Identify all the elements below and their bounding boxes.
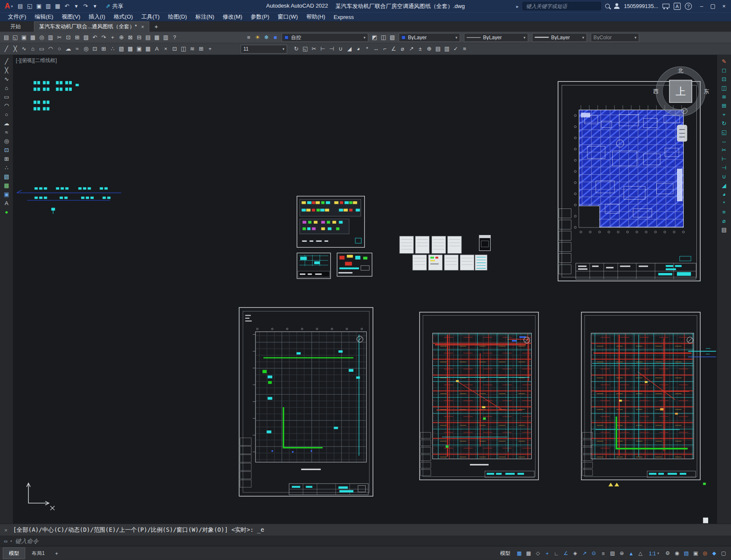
drawing-canvas[interactable]: [-][俯视][二维线框] <box>13 55 717 524</box>
redo-icon[interactable]: ↷ <box>81 3 90 9</box>
menu-parametric[interactable]: 参数(P) <box>247 13 274 21</box>
undo-icon[interactable]: ↶ <box>62 3 71 9</box>
layer-properties-icon[interactable]: ≡ <box>244 32 253 43</box>
undo-caret-icon[interactable]: ▾ <box>72 3 81 9</box>
explode-icon[interactable]: * <box>363 43 372 55</box>
properties-icon[interactable]: ▤ <box>721 227 727 233</box>
move-icon[interactable]: + <box>723 112 726 117</box>
scale-icon[interactable]: ◱ <box>301 43 310 55</box>
dropdown-caret-icon[interactable]: ▾ <box>524 35 525 39</box>
circle-icon[interactable]: ○ <box>55 43 64 55</box>
chamfer-icon[interactable]: ◢ <box>722 183 726 188</box>
layer-previous-icon[interactable]: ◫ <box>379 32 388 43</box>
spline-tool-icon[interactable]: ≈ <box>5 130 8 135</box>
polyline-icon[interactable]: ∿ <box>19 43 28 55</box>
revcloud-icon[interactable]: ☁ <box>64 43 73 55</box>
open-icon[interactable]: ◱ <box>25 3 34 9</box>
dropdown-caret-icon[interactable]: ▾ <box>364 35 365 39</box>
annotation-monitor[interactable]: ◉ <box>672 550 682 556</box>
copy-clip-icon[interactable]: ⊡ <box>64 32 73 43</box>
tolerance-icon[interactable]: ± <box>416 43 425 55</box>
break-icon[interactable]: ⊣ <box>722 165 727 170</box>
zoom-window-icon[interactable]: ⊠ <box>126 32 135 43</box>
zoom-previous-icon[interactable]: ⊟ <box>135 32 144 43</box>
layer-color-icon[interactable]: ■ <box>271 32 280 43</box>
point-icon[interactable]: ∴ <box>108 43 117 55</box>
measuregeom-icon[interactable]: ⌀ <box>722 218 726 224</box>
dim-angular-icon[interactable]: ∠ <box>389 43 398 55</box>
qsave-icon[interactable]: ▣ <box>34 3 43 9</box>
dim-linear-icon[interactable]: ↔ <box>372 43 380 55</box>
workspace-switching[interactable]: ⚙ <box>663 550 672 556</box>
menu-file[interactable]: 文件(F) <box>4 13 30 21</box>
model-space-button[interactable]: 模型 <box>496 550 514 557</box>
minimize-button[interactable]: – <box>696 1 707 11</box>
plot-icon[interactable]: ▦ <box>53 3 62 9</box>
erase-icon[interactable]: ◻ <box>722 68 726 73</box>
hatch-tool-icon[interactable]: ▨ <box>4 174 9 179</box>
dynamic-input-toggle[interactable]: + <box>543 550 552 556</box>
point-style-tool-icon[interactable]: ● <box>5 209 8 215</box>
text-tool-icon[interactable]: A <box>5 200 8 206</box>
annotation-autoscale-toggle[interactable]: △ <box>636 550 645 556</box>
view-compass[interactable]: 上 北 西 东 <box>653 67 709 116</box>
account-icon[interactable] <box>614 3 620 9</box>
erase-icon[interactable]: × <box>161 43 170 55</box>
lineweight-dropdown[interactable]: ByLayer ▾ <box>532 33 587 42</box>
offset-icon[interactable]: ≋ <box>722 94 726 100</box>
ortho-mode-toggle[interactable]: ∟ <box>552 550 561 556</box>
menu-tools[interactable]: 工具(T) <box>137 13 164 21</box>
scale-icon[interactable]: ◱ <box>721 130 727 135</box>
transparency-toggle[interactable]: ▨ <box>608 550 617 556</box>
dim-update-icon[interactable]: ✓ <box>451 43 460 55</box>
ellipse-tool-icon[interactable]: ◎ <box>4 138 9 144</box>
rotate-icon[interactable]: ↻ <box>722 121 726 126</box>
qnew-icon[interactable]: ▤ <box>2 32 11 43</box>
quick-properties-toggle[interactable]: ▤ <box>682 550 691 556</box>
polar-tracking-toggle[interactable]: ∠ <box>561 550 571 556</box>
selection-cycling-toggle[interactable]: ⊕ <box>617 550 626 556</box>
ellipse-icon[interactable]: ◎ <box>82 43 90 55</box>
array-icon[interactable]: ⊞ <box>722 103 726 108</box>
annotation-scale-button[interactable]: 1:1 ▾ <box>646 550 663 556</box>
extend-icon[interactable]: ⊢ <box>318 43 327 55</box>
make-block-tool-icon[interactable]: ⊞ <box>4 156 9 162</box>
extend-icon[interactable]: ⊢ <box>722 156 727 162</box>
cart-icon[interactable] <box>663 3 670 9</box>
designcenter-icon[interactable]: ▦ <box>152 32 161 43</box>
fillet-icon[interactable]: ◕ <box>354 43 363 55</box>
properties-palette-icon[interactable]: ▤ <box>144 32 152 43</box>
menu-view[interactable]: 视图(V) <box>57 13 84 21</box>
align-icon[interactable]: ≡ <box>723 209 726 215</box>
menu-format[interactable]: 格式(O) <box>109 13 137 21</box>
help-icon[interactable]: ? <box>170 32 179 43</box>
spline-icon[interactable]: ≈ <box>73 43 82 55</box>
dim-style-icon[interactable]: ▤ <box>434 43 443 55</box>
new-tab-button[interactable]: + <box>150 22 162 32</box>
new-layout-button[interactable]: + <box>52 549 62 558</box>
polygon-tool-icon[interactable]: ⌂ <box>5 85 8 91</box>
arc-tool-icon[interactable]: ◠ <box>4 103 9 108</box>
match-properties-icon[interactable]: ▧ <box>82 32 90 43</box>
qsave-icon[interactable]: ▣ <box>19 32 28 43</box>
tab-model[interactable]: 模型 <box>3 547 25 559</box>
annotation-visibility-toggle[interactable]: ▲ <box>626 550 636 556</box>
autodesk-app-icon[interactable]: A <box>674 3 681 10</box>
lineweight-display-toggle[interactable]: ≡ <box>598 550 608 556</box>
rotate-icon[interactable]: ↻ <box>292 43 301 55</box>
search-icon[interactable] <box>605 4 610 8</box>
join-icon[interactable]: ∪ <box>336 43 345 55</box>
paste-icon[interactable]: ⊞ <box>73 32 82 43</box>
menu-dimension[interactable]: 标注(N) <box>191 13 219 21</box>
dropdown-caret-icon[interactable]: ▾ <box>658 551 659 555</box>
object-snap-toggle[interactable]: ⊙ <box>589 550 598 556</box>
construction-line-tool-icon[interactable]: ╳ <box>5 68 8 73</box>
gradient-tool-icon[interactable]: ▩ <box>4 183 9 188</box>
snap-mode-toggle[interactable]: ▩ <box>524 550 533 556</box>
redo-icon[interactable]: ↷ <box>99 32 108 43</box>
edit-polyline-icon[interactable]: ✎ <box>722 59 726 64</box>
trim-icon[interactable]: ✂ <box>310 43 318 55</box>
cut-icon[interactable]: ✂ <box>55 32 64 43</box>
infer-constraints-toggle[interactable]: ◇ <box>533 550 543 556</box>
rectangle-tool-icon[interactable]: ▭ <box>4 94 9 100</box>
